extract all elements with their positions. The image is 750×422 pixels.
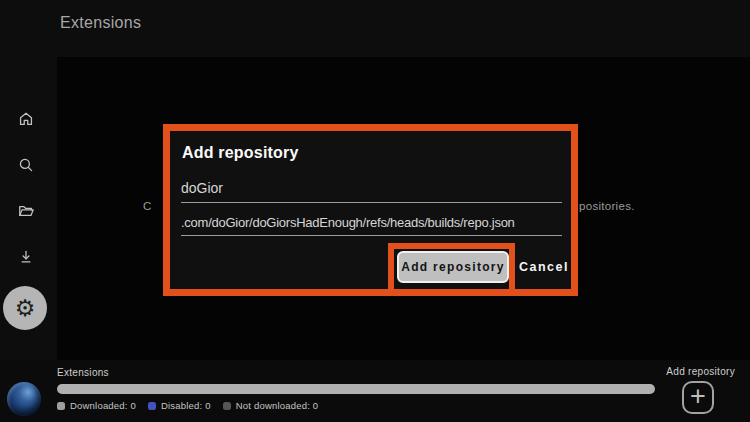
legend-item-not-downloaded: Not downloaded: 0: [223, 400, 319, 411]
not-downloaded-label: Not downloaded: 0: [236, 400, 319, 411]
extensions-legend: Downloaded: 0 Disabled: 0 Not downloaded…: [57, 400, 318, 411]
add-repository-dialog: Add repository doGior .com/doGior/doGior…: [170, 131, 571, 289]
repository-url-input[interactable]: .com/doGior/doGiorsHadEnough/refs/heads/…: [181, 215, 562, 236]
gear-icon: ⚙: [15, 297, 36, 320]
app-window: Extensions: [0, 0, 750, 422]
download-icon: [18, 249, 34, 265]
folder-icon: [18, 203, 34, 219]
not-downloaded-dot: [223, 402, 231, 410]
search-icon: [18, 157, 34, 173]
add-repository-label: Add repository: [666, 366, 735, 377]
bottom-bar: Extensions Downloaded: 0 Disabled: 0 Not…: [0, 360, 750, 422]
background-hint-text-left: C: [143, 200, 152, 212]
page-title: Extensions: [60, 14, 141, 32]
legend-item-downloaded: Downloaded: 0: [57, 400, 136, 411]
top-bar: Extensions: [0, 0, 750, 57]
sidebar-item-settings[interactable]: ⚙: [3, 286, 47, 330]
repository-name-input[interactable]: doGior: [181, 180, 562, 203]
sidebar: ⚙: [0, 57, 57, 360]
sidebar-item-downloads[interactable]: [18, 249, 34, 265]
plus-icon: +: [690, 383, 706, 410]
legend-item-disabled: Disabled: 0: [148, 400, 211, 411]
add-repository-plus-button[interactable]: +: [682, 381, 714, 414]
disabled-dot: [148, 402, 156, 410]
extensions-section-label: Extensions: [57, 367, 109, 378]
dialog-title: Add repository: [182, 144, 299, 162]
profile-avatar[interactable]: [7, 382, 41, 416]
add-repository-confirm-button[interactable]: Add repository: [397, 251, 509, 283]
extensions-progress-bar: [57, 384, 655, 394]
sidebar-item-search[interactable]: [18, 157, 34, 173]
downloaded-dot: [57, 402, 65, 410]
home-icon: [18, 111, 34, 127]
sidebar-item-home[interactable]: [18, 111, 34, 127]
sidebar-item-library[interactable]: [18, 203, 37, 219]
disabled-label: Disabled: 0: [161, 400, 211, 411]
downloaded-label: Downloaded: 0: [70, 400, 136, 411]
background-hint-text-right: positories.: [579, 200, 635, 212]
cancel-button[interactable]: Cancel: [513, 251, 575, 283]
